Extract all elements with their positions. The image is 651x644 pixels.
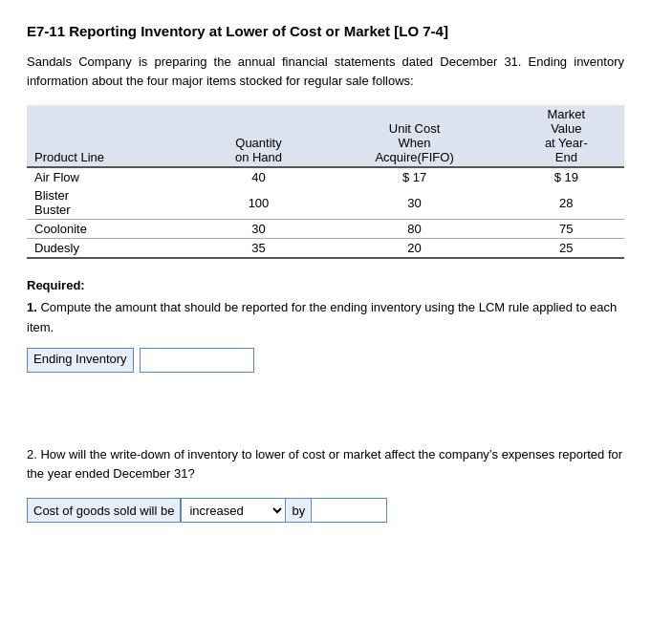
cost-airflow: $ 17 [320, 167, 508, 186]
cost-blister: 30 [320, 186, 508, 220]
item2-num: 2. [27, 447, 37, 462]
page-title: E7-11 Reporting Inventory at Lower of Co… [27, 23, 624, 39]
required-item-1: 1. Compute the amount that should be rep… [27, 298, 624, 373]
inventory-table: Product Line Quantityon Hand Unit CostWh… [27, 105, 624, 259]
cost-coolonite: 80 [320, 220, 508, 239]
required-section: Required: 1. Compute the amount that sho… [27, 278, 624, 523]
qty-coolonite: 30 [197, 220, 321, 239]
by-label: by [286, 498, 311, 523]
cogs-label: Cost of goods sold will be [27, 498, 181, 523]
market-coolonite: 75 [509, 220, 624, 239]
product-airflow: Air Flow [27, 167, 197, 186]
market-blister: 28 [509, 186, 624, 220]
qty-airflow: 40 [197, 167, 321, 186]
product-blister: BlisterBuster [27, 186, 197, 220]
intro-text: Sandals Company is preparing the annual … [27, 53, 624, 90]
table-row: Coolonite 30 80 75 [27, 220, 624, 239]
ending-inventory-input[interactable] [140, 348, 254, 373]
col-quantity-header: Quantityon Hand [197, 105, 321, 167]
market-airflow: $ 19 [509, 167, 624, 186]
table-row: Dudesly 35 20 25 [27, 239, 624, 259]
col-market-header: MarketValueat Year-End [509, 105, 624, 167]
cost-dudesly: 20 [320, 239, 508, 259]
cogs-amount-input[interactable] [311, 498, 387, 523]
item2-text: 2. How will the write-down of inventory … [27, 445, 624, 485]
product-dudesly: Dudesly [27, 239, 197, 259]
qty-blister: 100 [197, 186, 321, 220]
col-unitcost-header: Unit CostWhenAcquire(FIFO) [320, 105, 508, 167]
required-label: Required: [27, 278, 624, 292]
bottom-answer-row: Cost of goods sold will be increased dec… [27, 498, 624, 523]
qty-dudesly: 35 [197, 239, 321, 259]
ending-inventory-label: Ending Inventory [27, 348, 134, 373]
item1-num: 1. [27, 300, 37, 314]
product-coolonite: Coolonite [27, 220, 197, 239]
col-product-header: Product Line [27, 105, 197, 167]
market-dudesly: 25 [509, 239, 624, 259]
item2-body: How will the write-down of inventory to … [27, 447, 622, 482]
table-row: BlisterBuster 100 30 28 [27, 186, 624, 220]
required-item-2: 2. How will the write-down of inventory … [27, 445, 624, 524]
ending-inventory-row: Ending Inventory [27, 348, 624, 373]
item1-text: Compute the amount that should be report… [27, 300, 617, 334]
table-row: Air Flow 40 $ 17 $ 19 [27, 167, 624, 186]
cogs-direction-select[interactable]: increased decreased [181, 498, 286, 523]
